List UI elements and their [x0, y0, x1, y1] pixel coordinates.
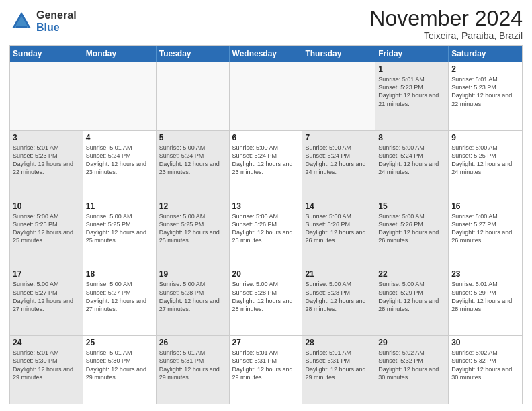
calendar-cell-1-4: 7Sunrise: 5:00 AMSunset: 5:24 PMDaylight… [302, 131, 375, 199]
calendar-cell-1-0: 3Sunrise: 5:01 AMSunset: 5:23 PMDaylight… [10, 131, 83, 199]
day-number: 12 [159, 201, 226, 211]
calendar-cell-4-0: 24Sunrise: 5:01 AMSunset: 5:30 PMDayligh… [10, 336, 83, 404]
logo-blue-text: Blue [36, 21, 77, 34]
day-info: Sunrise: 5:01 AMSunset: 5:31 PMDaylight:… [305, 349, 372, 381]
day-number: 27 [232, 338, 300, 347]
calendar-cell-4-2: 26Sunrise: 5:01 AMSunset: 5:31 PMDayligh… [157, 336, 230, 404]
day-number: 1 [378, 64, 445, 74]
day-info: Sunrise: 5:00 AMSunset: 5:27 PMDaylight:… [13, 280, 80, 313]
weekday-header-tuesday: Tuesday [157, 46, 230, 62]
calendar-cell-1-6: 9Sunrise: 5:00 AMSunset: 5:25 PMDaylight… [449, 131, 522, 199]
day-info: Sunrise: 5:00 AMSunset: 5:29 PMDaylight:… [378, 280, 445, 313]
calendar-cell-0-3 [230, 62, 303, 130]
day-number: 9 [451, 133, 519, 142]
calendar-cell-3-1: 18Sunrise: 5:00 AMSunset: 5:27 PMDayligh… [83, 267, 157, 335]
day-info: Sunrise: 5:00 AMSunset: 5:28 PMDaylight:… [232, 280, 300, 313]
day-number: 10 [13, 201, 80, 211]
calendar-cell-3-3: 20Sunrise: 5:00 AMSunset: 5:28 PMDayligh… [230, 267, 303, 335]
calendar-cell-4-5: 29Sunrise: 5:02 AMSunset: 5:32 PMDayligh… [375, 336, 449, 404]
day-info: Sunrise: 5:00 AMSunset: 5:24 PMDaylight:… [232, 144, 300, 177]
day-number: 20 [232, 269, 300, 279]
logo-general-text: General [36, 9, 77, 21]
day-number: 16 [451, 201, 519, 211]
weekday-header-wednesday: Wednesday [230, 46, 303, 62]
calendar-row-4: 24Sunrise: 5:01 AMSunset: 5:30 PMDayligh… [10, 335, 522, 404]
day-number: 2 [451, 64, 519, 74]
day-info: Sunrise: 5:00 AMSunset: 5:24 PMDaylight:… [159, 144, 226, 177]
day-number: 30 [451, 338, 519, 347]
calendar-cell-1-2: 5Sunrise: 5:00 AMSunset: 5:24 PMDaylight… [157, 131, 230, 199]
day-number: 8 [378, 133, 445, 142]
day-number: 5 [159, 133, 226, 142]
calendar-row-3: 17Sunrise: 5:00 AMSunset: 5:27 PMDayligh… [10, 267, 522, 335]
logo-icon [9, 9, 34, 34]
calendar-cell-0-0 [10, 62, 83, 130]
calendar-cell-1-3: 6Sunrise: 5:00 AMSunset: 5:24 PMDaylight… [230, 131, 303, 199]
day-number: 4 [86, 133, 153, 142]
logo-text: General Blue [36, 9, 77, 33]
calendar-cell-1-5: 8Sunrise: 5:00 AMSunset: 5:24 PMDaylight… [375, 131, 449, 199]
day-info: Sunrise: 5:01 AMSunset: 5:29 PMDaylight:… [451, 280, 519, 313]
svg-rect-2 [16, 26, 27, 28]
day-number: 7 [305, 133, 372, 142]
day-number: 25 [86, 338, 153, 347]
day-info: Sunrise: 5:00 AMSunset: 5:27 PMDaylight:… [451, 212, 519, 245]
day-info: Sunrise: 5:00 AMSunset: 5:24 PMDaylight:… [305, 144, 372, 177]
day-number: 17 [13, 269, 80, 279]
day-info: Sunrise: 5:00 AMSunset: 5:26 PMDaylight:… [305, 212, 372, 245]
day-info: Sunrise: 5:01 AMSunset: 5:30 PMDaylight:… [86, 349, 153, 381]
day-info: Sunrise: 5:00 AMSunset: 5:25 PMDaylight:… [451, 144, 519, 177]
day-number: 28 [305, 338, 372, 347]
day-info: Sunrise: 5:00 AMSunset: 5:25 PMDaylight:… [13, 212, 80, 245]
day-info: Sunrise: 5:00 AMSunset: 5:28 PMDaylight:… [305, 280, 372, 313]
weekday-header-sunday: Sunday [10, 46, 83, 62]
calendar-cell-4-3: 27Sunrise: 5:01 AMSunset: 5:31 PMDayligh… [230, 336, 303, 404]
calendar-header: SundayMondayTuesdayWednesdayThursdayFrid… [10, 46, 522, 62]
calendar-row-1: 3Sunrise: 5:01 AMSunset: 5:23 PMDaylight… [10, 130, 522, 199]
weekday-header-thursday: Thursday [302, 46, 375, 62]
day-info: Sunrise: 5:00 AMSunset: 5:24 PMDaylight:… [378, 144, 445, 177]
calendar-cell-2-5: 15Sunrise: 5:00 AMSunset: 5:26 PMDayligh… [375, 199, 449, 267]
day-number: 14 [305, 201, 372, 211]
calendar-cell-4-6: 30Sunrise: 5:02 AMSunset: 5:32 PMDayligh… [449, 336, 522, 404]
calendar-cell-3-6: 23Sunrise: 5:01 AMSunset: 5:29 PMDayligh… [449, 267, 522, 335]
day-info: Sunrise: 5:01 AMSunset: 5:23 PMDaylight:… [378, 75, 445, 108]
day-number: 18 [86, 269, 153, 279]
calendar-cell-0-5: 1Sunrise: 5:01 AMSunset: 5:23 PMDaylight… [375, 62, 449, 130]
location: Teixeira, Paraiba, Brazil [369, 30, 523, 41]
day-info: Sunrise: 5:00 AMSunset: 5:26 PMDaylight:… [378, 212, 445, 245]
calendar-cell-0-6: 2Sunrise: 5:01 AMSunset: 5:23 PMDaylight… [449, 62, 522, 130]
calendar-cell-2-1: 11Sunrise: 5:00 AMSunset: 5:25 PMDayligh… [83, 199, 157, 267]
calendar-cell-3-2: 19Sunrise: 5:00 AMSunset: 5:28 PMDayligh… [157, 267, 230, 335]
title-block: November 2024 Teixeira, Paraiba, Brazil [369, 7, 523, 41]
day-number: 19 [159, 269, 226, 279]
calendar-cell-3-5: 22Sunrise: 5:00 AMSunset: 5:29 PMDayligh… [375, 267, 449, 335]
day-info: Sunrise: 5:00 AMSunset: 5:25 PMDaylight:… [86, 212, 153, 245]
day-number: 22 [378, 269, 445, 279]
day-info: Sunrise: 5:01 AMSunset: 5:24 PMDaylight:… [86, 144, 153, 177]
calendar-cell-4-1: 25Sunrise: 5:01 AMSunset: 5:30 PMDayligh… [83, 336, 157, 404]
page: General Blue November 2024 Teixeira, Par… [0, 0, 532, 411]
day-number: 29 [378, 338, 445, 347]
day-number: 13 [232, 201, 300, 211]
day-number: 24 [13, 338, 80, 347]
day-number: 21 [305, 269, 372, 279]
calendar-cell-0-4 [302, 62, 375, 130]
calendar-row-0: 1Sunrise: 5:01 AMSunset: 5:23 PMDaylight… [10, 62, 522, 130]
day-info: Sunrise: 5:00 AMSunset: 5:27 PMDaylight:… [86, 280, 153, 313]
calendar-body: 1Sunrise: 5:01 AMSunset: 5:23 PMDaylight… [10, 62, 522, 404]
weekday-header-saturday: Saturday [449, 46, 522, 62]
day-info: Sunrise: 5:02 AMSunset: 5:32 PMDaylight:… [378, 349, 445, 381]
day-info: Sunrise: 5:00 AMSunset: 5:25 PMDaylight:… [159, 212, 226, 245]
calendar-cell-2-3: 13Sunrise: 5:00 AMSunset: 5:26 PMDayligh… [230, 199, 303, 267]
calendar-cell-3-4: 21Sunrise: 5:00 AMSunset: 5:28 PMDayligh… [302, 267, 375, 335]
day-info: Sunrise: 5:02 AMSunset: 5:32 PMDaylight:… [451, 349, 519, 381]
calendar-cell-2-4: 14Sunrise: 5:00 AMSunset: 5:26 PMDayligh… [302, 199, 375, 267]
calendar-row-2: 10Sunrise: 5:00 AMSunset: 5:25 PMDayligh… [10, 199, 522, 267]
day-info: Sunrise: 5:01 AMSunset: 5:31 PMDaylight:… [232, 349, 300, 381]
calendar-cell-2-6: 16Sunrise: 5:00 AMSunset: 5:27 PMDayligh… [449, 199, 522, 267]
day-number: 3 [13, 133, 80, 142]
day-info: Sunrise: 5:01 AMSunset: 5:23 PMDaylight:… [13, 144, 80, 177]
day-number: 15 [378, 201, 445, 211]
day-info: Sunrise: 5:00 AMSunset: 5:26 PMDaylight:… [232, 212, 300, 245]
